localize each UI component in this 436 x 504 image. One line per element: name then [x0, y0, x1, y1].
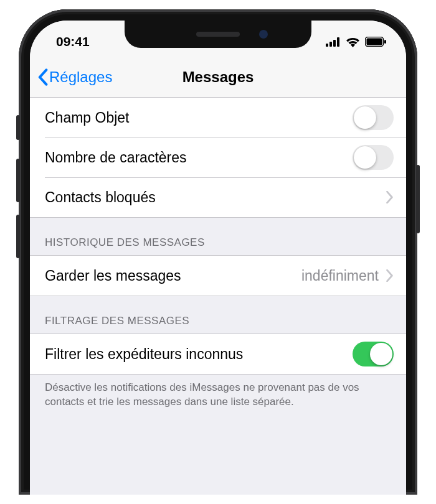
chevron-right-icon — [386, 269, 394, 282]
device-frame: 09:41 Réglages Messages Champ Objet — [19, 9, 417, 495]
speaker — [196, 32, 240, 37]
row-label: Nombre de caractères — [45, 149, 187, 166]
row-subject-field[interactable]: Champ Objet — [30, 98, 406, 138]
notch — [125, 21, 311, 48]
history-header: HISTORIQUE DES MESSAGES — [30, 218, 406, 255]
filter-header: FILTRAGE DES MESSAGES — [30, 296, 406, 334]
row-character-count[interactable]: Nombre de caractères — [30, 138, 406, 177]
row-blocked-contacts[interactable]: Contacts bloqués — [30, 177, 406, 217]
chevron-left-icon — [37, 68, 48, 86]
side-button — [416, 165, 420, 233]
svg-rect-1 — [329, 42, 332, 47]
svg-rect-5 — [367, 39, 382, 45]
chevron-right-icon — [386, 191, 394, 203]
battery-icon — [365, 37, 386, 47]
subject-toggle[interactable] — [353, 105, 394, 130]
front-camera — [259, 30, 268, 39]
svg-rect-2 — [333, 40, 336, 47]
mute-switch — [16, 115, 20, 140]
group-history: Garder les messages indéfiniment — [30, 255, 406, 296]
back-button[interactable]: Réglages — [37, 68, 112, 86]
status-indicators — [326, 37, 386, 47]
group-filter: Filtrer les expéditeurs inconnus — [30, 334, 406, 375]
filter-footer: Désactive les notifications des iMessage… — [30, 375, 406, 422]
page-title: Messages — [182, 68, 254, 86]
svg-rect-0 — [326, 44, 328, 47]
group-general: Champ Objet Nombre de caractères Contact… — [30, 98, 406, 218]
volume-down-button — [16, 215, 20, 258]
filter-unknown-toggle[interactable] — [353, 342, 394, 366]
svg-rect-3 — [337, 37, 339, 47]
row-filter-unknown[interactable]: Filtrer les expéditeurs inconnus — [30, 334, 406, 374]
svg-rect-6 — [384, 40, 386, 44]
volume-up-button — [16, 159, 20, 202]
row-label: Contacts bloqués — [45, 189, 156, 206]
screen: 09:41 Réglages Messages Champ Objet — [30, 21, 406, 495]
row-value: indéfiniment — [301, 268, 379, 284]
cellular-icon — [326, 37, 341, 47]
status-time: 09:41 — [56, 34, 90, 49]
row-label: Garder les messages — [45, 268, 181, 284]
back-label: Réglages — [49, 68, 112, 86]
navigation-bar: Réglages Messages — [30, 57, 406, 98]
wifi-icon — [346, 37, 360, 47]
row-keep-messages[interactable]: Garder les messages indéfiniment — [30, 256, 406, 296]
charcount-toggle[interactable] — [353, 145, 394, 170]
row-label: Champ Objet — [45, 110, 130, 126]
row-label: Filtrer les expéditeurs inconnus — [45, 346, 243, 363]
settings-list[interactable]: Champ Objet Nombre de caractères Contact… — [30, 98, 406, 422]
